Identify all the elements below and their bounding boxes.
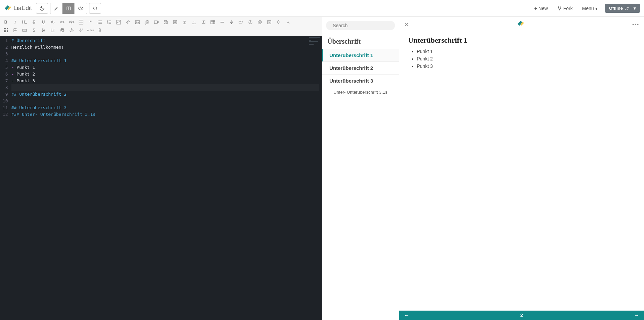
edit-mode-button[interactable]: [50, 3, 63, 14]
italic-button[interactable]: I: [11, 19, 19, 26]
fork-label: Fork: [563, 6, 573, 11]
bold-button[interactable]: B: [2, 19, 9, 26]
video-button[interactable]: [153, 19, 160, 26]
code-inline-button[interactable]: <>: [58, 19, 66, 26]
search-box[interactable]: [326, 21, 395, 30]
top-bar: LiaEdit + New Fork Menu ▾ Offline ▾: [0, 0, 644, 17]
pencil-icon: [54, 6, 59, 11]
rocket-button[interactable]: [96, 27, 104, 34]
atom-button[interactable]: [58, 27, 66, 34]
table-button[interactable]: [209, 19, 216, 26]
expand-button[interactable]: [275, 19, 282, 26]
toc-title[interactable]: Überschrift: [322, 34, 399, 49]
strikethrough-button[interactable]: S: [30, 19, 38, 26]
svg-rect-43: [7, 30, 8, 31]
svg-rect-40: [7, 28, 8, 29]
prev-page-button[interactable]: ←: [404, 312, 409, 318]
olist-button[interactable]: 123: [106, 19, 113, 26]
window-button[interactable]: [266, 19, 273, 26]
matrix-button[interactable]: [2, 27, 9, 34]
toc-sidebar: Überschrift Unterüberschrift 1Unterübers…: [322, 17, 399, 320]
superscript-button[interactable]: Ax: [49, 19, 56, 26]
menu-label: Menu: [582, 6, 594, 11]
fork-button[interactable]: Fork: [553, 6, 577, 11]
flag-button[interactable]: [11, 27, 19, 34]
branch-button[interactable]: [284, 19, 292, 26]
dollar-block-button[interactable]: $$: [40, 27, 47, 34]
preview-mode-button[interactable]: [75, 3, 87, 14]
svg-point-11: [98, 20, 98, 21]
link-button[interactable]: [124, 19, 132, 26]
share-button[interactable]: [200, 19, 207, 26]
svg-point-3: [558, 6, 559, 7]
import-button[interactable]: [190, 19, 198, 26]
preview-body: Unterüberschrift 1 Punkt 1Punkt 2Punkt 3: [399, 32, 644, 320]
code-line[interactable]: ### Unter- Unterüberschrift 3.1s: [11, 111, 319, 118]
code-line[interactable]: - Punkt 3: [11, 78, 319, 84]
keyboard-button[interactable]: [21, 27, 28, 34]
code-content[interactable]: # ÜberschriftHerzlich Willkommen! ## Unt…: [11, 36, 322, 320]
theme-toggle-button[interactable]: [36, 3, 48, 14]
tool-button-1[interactable]: [171, 19, 179, 26]
svg-text:+: +: [82, 28, 83, 30]
cloud-button[interactable]: [237, 19, 245, 26]
code-line[interactable]: [11, 98, 319, 104]
svg-rect-45: [5, 31, 6, 32]
hr-button[interactable]: [218, 19, 226, 26]
target-button[interactable]: [247, 19, 254, 26]
code-line[interactable]: ## Unterüberschrift 2: [11, 91, 319, 98]
reload-icon: [93, 6, 97, 11]
preview-list: Punkt 1Punkt 2Punkt 3: [408, 49, 635, 69]
close-circle-button[interactable]: [256, 19, 264, 26]
code-line[interactable]: # Überschrift: [11, 37, 319, 44]
code-line[interactable]: ## Unterüberschrift 1: [11, 57, 319, 64]
toolbar-row-2: $ $$ + TeX: [2, 26, 320, 34]
toc-item[interactable]: Unterüberschrift 1: [322, 49, 399, 61]
save-button[interactable]: [162, 19, 169, 26]
audio-button[interactable]: [143, 19, 151, 26]
image-button[interactable]: [134, 19, 141, 26]
code-line[interactable]: [11, 84, 319, 91]
offline-button[interactable]: Offline ▾: [605, 4, 640, 13]
code-block-button[interactable]: </>: [68, 19, 75, 26]
next-page-button[interactable]: →: [634, 312, 639, 318]
split-mode-button[interactable]: [63, 3, 75, 14]
close-preview-button[interactable]: ✕: [404, 21, 409, 28]
dollar-button[interactable]: $: [30, 27, 38, 34]
code-line[interactable]: ## Unterüberschrift 3: [11, 104, 319, 111]
svg-point-7: [628, 7, 629, 8]
gear-latex-button[interactable]: TeX: [87, 27, 94, 34]
toc-item[interactable]: Unterüberschrift 2: [322, 61, 399, 74]
code-line[interactable]: - Punkt 2: [11, 71, 319, 78]
reload-button[interactable]: [89, 3, 101, 14]
toc-item[interactable]: Unterüberschrift 3: [322, 74, 399, 87]
gear-plus-button[interactable]: +: [77, 27, 85, 34]
ulist-button[interactable]: [96, 19, 104, 26]
gear-button[interactable]: [68, 27, 75, 34]
preview-bullet: Punkt 3: [417, 63, 635, 69]
menu-dropdown[interactable]: Menu ▾: [577, 6, 602, 11]
checklist-button[interactable]: [115, 19, 122, 26]
quote-button[interactable]: ❝: [87, 19, 94, 26]
code-line[interactable]: [11, 51, 319, 57]
bolt-button[interactable]: [228, 19, 235, 26]
app-name: LiaEdit: [13, 5, 32, 12]
minimap[interactable]: [309, 37, 320, 45]
export-button[interactable]: [181, 19, 188, 26]
preview-logo-icon: [517, 20, 524, 29]
new-button[interactable]: + New: [530, 6, 553, 11]
preview-more-button[interactable]: •••: [632, 22, 639, 27]
heading-button[interactable]: H1: [21, 19, 28, 26]
chart-line-button[interactable]: [49, 27, 56, 34]
search-input[interactable]: [333, 23, 392, 28]
plus-icon: +: [534, 6, 537, 11]
code-editor[interactable]: 123456789101112 # ÜberschriftHerzlich Wi…: [0, 36, 322, 320]
code-line[interactable]: Herzlich Willkommen!: [11, 44, 319, 51]
toc-sub-item[interactable]: Unter- Unterüberschrift 3.1s: [322, 87, 399, 97]
svg-rect-39: [5, 28, 6, 29]
code-line[interactable]: - Punkt 1: [11, 64, 319, 71]
logo-group: LiaEdit: [4, 5, 36, 12]
underline-button[interactable]: U: [40, 19, 47, 26]
grid-button[interactable]: [77, 19, 85, 26]
main-area: B I H1 S U Ax <> </> ❝ 123: [0, 17, 644, 320]
